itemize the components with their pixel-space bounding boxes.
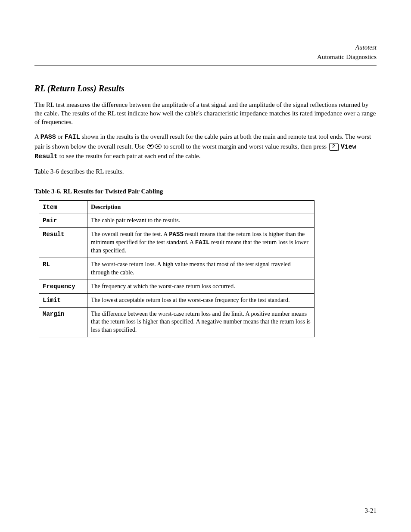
table-row: Pair The cable pair relevant to the resu… (39, 214, 314, 228)
row-desc-rl: The worst-case return loss. A high value… (87, 258, 314, 280)
row-desc-result: The overall result for the test. A PASS … (87, 228, 314, 258)
row-label-rl: RL (39, 258, 87, 280)
p2-text-d: to scroll to the worst margin and worst … (162, 143, 328, 150)
fail-inline: FAIL (195, 239, 210, 246)
row-desc-limit: The lowest acceptable return loss at the… (87, 293, 314, 307)
running-head-subtitle: Automatic Diagnostics (34, 53, 377, 61)
result-desc-a: The overall result for the test. A (91, 231, 169, 237)
rl-results-table: Item Description Pair The cable pair rel… (39, 200, 314, 338)
keycap-2: 2 (329, 143, 338, 151)
page: Autotest Automatic Diagnostics RL (Retur… (0, 0, 411, 532)
p2-text-a: A (34, 133, 40, 140)
table-caption: Table 3-6. RL Results for Twisted Pair C… (34, 187, 377, 196)
header-rule (34, 65, 377, 65)
row-label-result: Result (39, 228, 87, 258)
row-label-pair: Pair (39, 214, 87, 228)
table-header-row: Item Description (39, 200, 314, 214)
down-arrow-icon (147, 144, 154, 149)
col-header-item: Item (39, 200, 87, 214)
p2-text-e: to see the results for each pair at each… (58, 152, 201, 159)
paragraph-1: The RL test measures the difference betw… (34, 100, 377, 127)
section-title: RL (Return Loss) Results (34, 83, 377, 94)
up-arrow-icon (155, 144, 162, 149)
fail-label: FAIL (65, 134, 80, 141)
table-row: Margin The difference between the worst-… (39, 307, 314, 337)
row-desc-frequency: The frequency at which the worst-case re… (87, 280, 314, 293)
col-header-description: Description (87, 200, 314, 214)
p2-text-b: or (56, 133, 65, 140)
row-label-limit: Limit (39, 293, 87, 307)
table-caption-text: Table 3-6. RL Results for Twisted Pair C… (34, 188, 163, 195)
pass-inline: PASS (169, 231, 184, 238)
table-row: RL The worst-case return loss. A high va… (39, 258, 314, 280)
paragraph-2: A PASS or FAIL shown in the results is t… (34, 132, 377, 161)
row-desc-pair: The cable pair relevant to the results. (87, 214, 314, 228)
page-number: 3-21 (365, 506, 377, 515)
table-row: Result The overall result for the test. … (39, 228, 314, 258)
row-label-margin: Margin (39, 307, 87, 337)
running-head-title: Autotest (34, 43, 377, 52)
pass-label: PASS (40, 134, 56, 141)
row-desc-margin: The difference between the worst-case re… (87, 307, 314, 337)
table-row: Limit The lowest acceptable return loss … (39, 293, 314, 307)
table-row: Frequency The frequency at which the wor… (39, 280, 314, 293)
row-label-frequency: Frequency (39, 280, 87, 293)
table-lead-in: Table 3-6 describes the RL results. (34, 167, 377, 176)
